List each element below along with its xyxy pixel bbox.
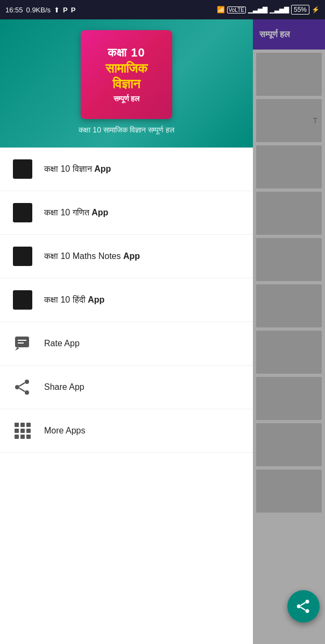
logo-sub2: सम्पूर्ण हल — [114, 94, 140, 103]
menu-item-more-apps[interactable]: More Apps — [0, 409, 253, 453]
logo-subtitle-line2: सामाजिक विज्ञान — [105, 61, 147, 92]
status-bar: 16:55 0.9KB/s ⬆ P P 📶 VoLTE ▁▃▅▇ ▁▃▅▇ 55… — [0, 0, 325, 19]
fab-share-button[interactable] — [287, 590, 320, 622]
svg-point-10 — [297, 605, 301, 608]
signal-icon-1: ▁▃▅▇ — [248, 6, 267, 13]
drawer-header: कक्षा 10 सामाजिक विज्ञान सम्पूर्ण हल कक्… — [0, 19, 253, 148]
p-icon-2: P — [71, 6, 76, 14]
maths-app-icon — [11, 201, 34, 225]
app-icon-square — [13, 159, 32, 179]
maths-notes-app-label: कक्षा 10 Maths Notes App — [44, 251, 140, 261]
menu-item-maths-notes-app[interactable]: कक्षा 10 Maths Notes App — [0, 235, 253, 278]
svg-line-12 — [301, 603, 306, 605]
more-apps-icon-wrap — [11, 419, 34, 443]
volte-icon: VoLTE — [227, 6, 246, 13]
rate-icon — [13, 334, 32, 353]
hindi-app-label: कक्षा 10 हिंदी App — [44, 295, 104, 305]
app-name-text: कक्षा 10 सामाजिक विज्ञान सम्पूर्ण हल — [79, 125, 174, 135]
battery-icon: 55% — [291, 5, 309, 15]
science-app-label: कक्षा 10 विज्ञान App — [44, 164, 111, 174]
svg-line-7 — [19, 383, 25, 386]
more-apps-grid-icon — [13, 421, 32, 440]
upload-icon: ⬆ — [54, 6, 60, 14]
drawer-menu: कक्षा 10 विज्ञान App कक्षा 10 गणित App क… — [0, 148, 253, 644]
drawer: कक्षा 10 सामाजिक विज्ञान सम्पूर्ण हल कक्… — [0, 19, 253, 644]
svg-point-11 — [306, 609, 309, 613]
time: 16:55 — [5, 6, 23, 14]
screen: कक्षा 10 सामाजिक विज्ञान सम्पूर्ण हल कक्… — [0, 19, 325, 644]
menu-item-science-app[interactable]: कक्षा 10 विज्ञान App — [0, 148, 253, 191]
share-app-icon-wrap — [11, 375, 34, 399]
share-app-label: Share App — [44, 382, 84, 392]
svg-marker-1 — [15, 347, 19, 351]
network-speed: 0.9KB/s — [26, 6, 51, 14]
svg-line-13 — [301, 607, 306, 610]
menu-item-rate-app[interactable]: Rate App — [0, 322, 253, 366]
menu-item-share-app[interactable]: Share App — [0, 366, 253, 409]
rate-app-icon-wrap — [11, 332, 34, 355]
drawer-scrim[interactable] — [253, 19, 325, 644]
app-logo: कक्षा 10 सामाजिक विज्ञान सम्पूर्ण हल — [81, 30, 172, 119]
svg-point-6 — [25, 390, 29, 395]
hindi-app-icon — [11, 288, 34, 312]
status-left: 16:55 0.9KB/s ⬆ P P — [5, 6, 75, 14]
app-icon-square — [13, 290, 32, 310]
menu-item-maths-app[interactable]: कक्षा 10 गणित App — [0, 191, 253, 235]
svg-point-9 — [306, 600, 309, 604]
fab-share-icon — [296, 599, 311, 614]
more-apps-label: More Apps — [44, 426, 85, 436]
status-right: 📶 VoLTE ▁▃▅▇ ▁▃▅▇ 55% ⚡ — [217, 5, 320, 15]
maths-app-label: कक्षा 10 गणित App — [44, 208, 108, 218]
app-icon-square — [13, 203, 32, 222]
svg-rect-0 — [15, 337, 29, 347]
science-app-icon — [11, 157, 34, 181]
share-icon — [13, 377, 32, 397]
svg-point-5 — [15, 385, 19, 389]
menu-item-hindi-app[interactable]: कक्षा 10 हिंदी App — [0, 278, 253, 322]
wifi-icon: 📶 — [217, 6, 225, 13]
charging-icon: ⚡ — [312, 6, 320, 13]
svg-line-8 — [19, 388, 25, 391]
app-icon-square — [13, 247, 32, 266]
rate-app-label: Rate App — [44, 339, 80, 348]
svg-point-4 — [25, 380, 29, 384]
logo-title-line1: कक्षा 10 — [108, 46, 145, 60]
content-behind: सम्पूर्ण हल T — [253, 19, 325, 644]
p-icon-1: P — [63, 6, 68, 14]
maths-notes-app-icon — [11, 244, 34, 268]
signal-icon-2: ▁▃▅▇ — [270, 6, 289, 13]
